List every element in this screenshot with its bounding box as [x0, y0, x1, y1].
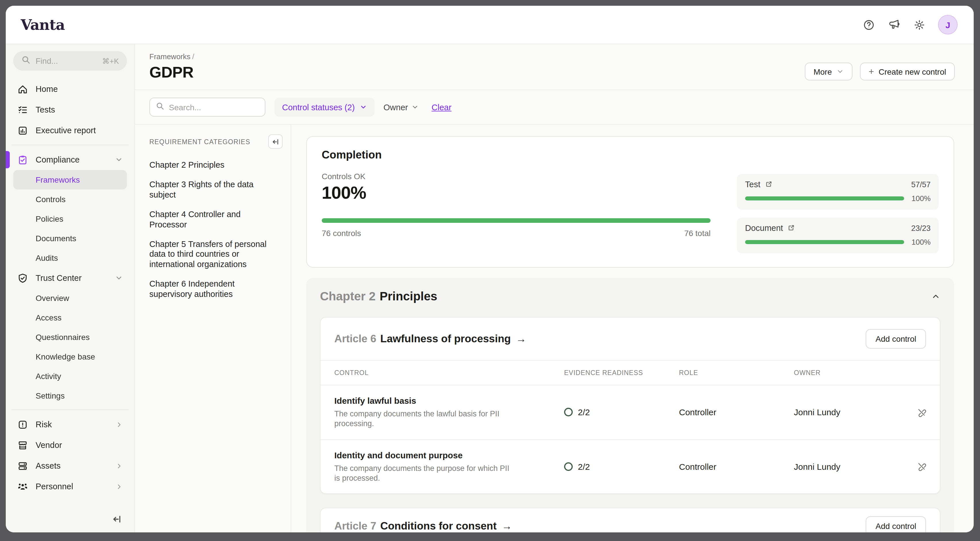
page-header: Frameworks/ GDPR More + C	[135, 44, 974, 89]
sidebar-item-documents[interactable]: Documents	[13, 229, 127, 248]
sidebar-item-label: Knowledge base	[36, 352, 95, 361]
controls-search-input[interactable]	[169, 102, 259, 112]
sidebar-item-tests[interactable]: Tests	[13, 99, 127, 120]
sidebar-item-risk[interactable]: Risk	[13, 414, 127, 435]
collapse-sidebar-icon[interactable]	[111, 513, 124, 525]
chapter-section: Chapter 2Principles Article	[306, 278, 954, 532]
sidebar-item-compliance[interactable]: Compliance	[13, 149, 127, 170]
article-card: Article 7 Conditions for consent → Add c…	[320, 508, 940, 532]
sidebar-item-label: Overview	[36, 293, 69, 303]
people-icon	[17, 481, 28, 492]
control-row[interactable]: Identify lawful basis The company docume…	[321, 385, 940, 439]
breadcrumb-separator: /	[192, 52, 194, 61]
category-item[interactable]: Chapter 6 Independent supervisory author…	[150, 279, 277, 299]
create-new-control-button[interactable]: + Create new control	[860, 63, 955, 80]
sidebar-item-knowledge-base[interactable]: Knowledge base	[13, 347, 127, 366]
control-description: The company documents the lawful basis f…	[334, 409, 536, 429]
add-control-button[interactable]: Add control	[866, 329, 926, 348]
test-stat-label[interactable]: Test	[745, 180, 772, 189]
topbar: Vanta	[6, 6, 974, 44]
sidebar-item-assets[interactable]: Assets	[13, 455, 127, 476]
clear-filters-link[interactable]: Clear	[432, 102, 452, 112]
unlink-icon[interactable]	[903, 461, 940, 472]
global-search-input[interactable]	[36, 56, 97, 65]
category-item[interactable]: Chapter 5 Transfers of personal data to …	[150, 239, 277, 269]
sidebar-item-home[interactable]: Home	[13, 79, 127, 99]
category-item[interactable]: Chapter 4 Controller and Processor	[150, 210, 277, 230]
settings-gear-icon[interactable]	[913, 18, 926, 31]
sidebar-item-label: Tests	[36, 105, 123, 114]
home-icon	[17, 84, 28, 94]
sidebar-footer	[13, 508, 127, 527]
unlink-icon[interactable]	[903, 407, 940, 417]
server-stack-icon	[17, 460, 28, 471]
controls-search[interactable]	[150, 98, 266, 116]
sidebar-divider	[11, 409, 129, 410]
external-link-icon	[764, 180, 772, 188]
sidebar-item-label: Settings	[36, 391, 65, 400]
sidebar-item-label: Questionnaires	[36, 333, 90, 342]
add-control-button[interactable]: Add control	[866, 516, 926, 532]
sidebar-item-access[interactable]: Access	[13, 308, 127, 327]
sidebar-item-overview[interactable]: Overview	[13, 288, 127, 308]
sidebar-item-trust-center[interactable]: Trust Center	[13, 267, 127, 288]
breadcrumb-frameworks[interactable]: Frameworks	[150, 52, 191, 61]
sidebar-item-personnel[interactable]: Personnel	[13, 476, 127, 497]
chevron-up-icon[interactable]	[931, 292, 940, 301]
readiness-ring-icon	[564, 462, 573, 471]
filter-bar: Control statuses (2) Owner Clear	[135, 90, 974, 124]
readiness-value: 2/2	[578, 407, 590, 417]
more-button[interactable]: More	[805, 63, 853, 80]
collapse-panel-button[interactable]	[268, 134, 283, 149]
arrow-right-icon: →	[516, 333, 526, 345]
sidebar-item-controls[interactable]: Controls	[13, 189, 127, 209]
plus-icon: +	[869, 66, 874, 77]
help-icon[interactable]	[862, 18, 875, 31]
user-avatar[interactable]: J	[938, 15, 958, 35]
sidebar-item-label: Activity	[36, 372, 61, 381]
readiness-ring-icon	[564, 408, 573, 417]
category-item[interactable]: Chapter 3 Rights of the data subject	[150, 180, 277, 200]
sidebar-item-policies[interactable]: Policies	[13, 209, 127, 229]
announcements-icon[interactable]	[888, 18, 900, 31]
shield-check-icon	[17, 272, 28, 283]
control-statuses-filter[interactable]: Control statuses (2)	[275, 98, 374, 116]
sidebar-item-executive-report[interactable]: Executive report	[13, 120, 127, 141]
sidebar-item-frameworks[interactable]: Frameworks	[13, 170, 127, 189]
risk-alert-icon	[17, 419, 28, 430]
global-search[interactable]: ⌘+K	[13, 51, 127, 71]
control-title[interactable]: Identity and document purpose	[334, 450, 564, 460]
owner-filter[interactable]: Owner	[383, 102, 419, 112]
control-statuses-label: Control statuses (2)	[282, 102, 355, 112]
article-title-link[interactable]: Article 6 Lawfulness of processing →	[334, 333, 526, 345]
document-stat-label[interactable]: Document	[745, 223, 795, 232]
chapter-name: Principles	[380, 290, 438, 303]
add-control-label: Add control	[875, 334, 916, 344]
article-title-link[interactable]: Article 7 Conditions for consent →	[334, 520, 512, 532]
storefront-icon	[17, 440, 28, 450]
sidebar-item-vendor[interactable]: Vendor	[13, 435, 127, 455]
column-role: ROLE	[679, 369, 794, 376]
controls-ok-percent: 100%	[322, 183, 711, 203]
active-section-indicator	[6, 151, 10, 168]
sidebar-item-audits[interactable]: Audits	[13, 248, 127, 267]
control-row[interactable]: Identity and document purpose The compan…	[321, 439, 940, 493]
external-link-icon	[787, 224, 795, 232]
sidebar-item-label: Home	[36, 84, 123, 94]
sidebar-item-activity[interactable]: Activity	[13, 366, 127, 386]
arrow-right-icon: →	[502, 520, 512, 532]
document-progress-bar	[745, 240, 904, 244]
control-role: Controller	[679, 407, 794, 417]
owner-filter-label: Owner	[383, 102, 408, 112]
sidebar-item-label: Compliance	[36, 155, 107, 164]
sidebar-item-label: Documents	[36, 234, 76, 243]
sidebar-item-questionnaires[interactable]: Questionnaires	[13, 327, 127, 347]
checklist-icon	[17, 104, 28, 115]
column-evidence-readiness: EVIDENCE READINESS	[564, 369, 679, 376]
sidebar-item-settings[interactable]: Settings	[13, 386, 127, 406]
main-content: Frameworks/ GDPR More + C	[135, 44, 974, 532]
category-item[interactable]: Chapter 2 Principles	[150, 160, 277, 170]
breadcrumb[interactable]: Frameworks/	[150, 52, 194, 61]
control-title[interactable]: Identify lawful basis	[334, 396, 564, 406]
sidebar-item-label: Risk	[36, 420, 108, 429]
